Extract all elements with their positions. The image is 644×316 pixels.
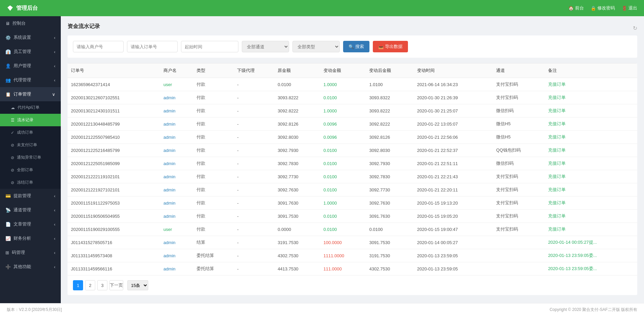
table-row: 1623659642371414 user 付款 - 0.0100 1.0000…: [68, 78, 637, 91]
sidebar-subitem-unpaid[interactable]: ⊘ 未支付订单: [0, 139, 61, 151]
col-order-id: 订单号: [68, 63, 160, 78]
chevron-right-icon-2: ‹: [54, 49, 55, 54]
chevron-right-icon-6: ‹: [54, 208, 55, 213]
cell-after-amount: 4302.7530: [366, 262, 414, 275]
nav-frontend[interactable]: 🏠 前台: [568, 5, 584, 11]
other-icon: ➕: [5, 264, 11, 269]
refresh-icon[interactable]: ↻: [633, 25, 637, 31]
sidebar-item-order[interactable]: 📋 订单管理 ∨: [0, 87, 61, 101]
cell-after-amount: 3092.8126: [366, 131, 414, 144]
col-original-amount: 原金额: [274, 63, 320, 78]
merchant-input[interactable]: [73, 41, 124, 52]
sidebar-item-user[interactable]: 👤 用户管理 ‹: [0, 59, 61, 73]
sidebar-item-other[interactable]: ➕ 其他功能 ‹: [0, 260, 61, 274]
cell-change-time: 2020-01-21 22:20:11: [414, 183, 493, 196]
sidebar-subitem-all[interactable]: ⊘ 全部订单: [0, 164, 61, 176]
exit-icon: 🚪: [622, 6, 627, 11]
cell-merchant: admin: [160, 157, 193, 170]
cell-remark: 充值订单: [545, 91, 637, 104]
list-icon: ☰: [11, 118, 15, 123]
table-row: 20200115190506504955 admin 付款 - 3091.753…: [68, 210, 637, 223]
cell-remark: 充值订单: [545, 196, 637, 210]
sidebar-item-qrcode[interactable]: ⊞ 码管理 ‹: [0, 245, 61, 260]
table-row: J0113311459573408 admin 委托结算 - 4302.7530…: [68, 249, 637, 262]
cell-merchant: admin: [160, 131, 193, 144]
cell-original-amount: 3091.7530: [274, 210, 320, 223]
cell-order-id: J0113311459573408: [68, 249, 160, 262]
cell-remark: 充值订单: [545, 170, 637, 183]
cell-after-amount: 3091.7530: [366, 236, 414, 249]
col-after-amount: 变动后金额: [366, 63, 414, 78]
cell-order-id: 20200115190506504955: [68, 210, 160, 223]
data-table: 订单号 商户名 类型 下级代理 原金额 变动金额 变动后金额 变动时间 通道 备…: [68, 63, 637, 275]
cell-change-amount: 1.0000: [320, 78, 366, 91]
sidebar-subitem-notify[interactable]: ⊘ 通知异常订单: [0, 151, 61, 164]
time-input[interactable]: [181, 41, 238, 52]
sidebar-subitem-success[interactable]: ✓ 成功订单: [0, 126, 61, 139]
cell-merchant: admin: [160, 183, 193, 196]
cell-original-amount: 3092.7730: [274, 170, 320, 183]
home-icon: 🏠: [568, 6, 574, 11]
export-icon: 📤: [378, 44, 384, 49]
table-row: 20200130212607102551 admin 付款 - 3093.822…: [68, 91, 637, 104]
table-row: 20200121225507985410 admin 付款 - 3092.803…: [68, 131, 637, 144]
cell-order-id: 20200115190029100555: [68, 223, 160, 236]
sidebar-item-article[interactable]: 📄 文章管理 ‹: [0, 217, 61, 231]
employee-icon: 👔: [5, 49, 11, 54]
cell-change-amount: 0.0100: [320, 91, 366, 104]
channel-icon: 📡: [5, 208, 11, 213]
type-select[interactable]: 全部类型: [292, 41, 340, 52]
qrcode-icon: ⊞: [5, 250, 9, 255]
nav-logout[interactable]: 🚪 退出: [622, 5, 637, 11]
col-type: 类型: [193, 63, 234, 78]
cell-sub-agent: -: [234, 262, 274, 275]
sidebar-item-channel[interactable]: 📡 通道管理 ‹: [0, 203, 61, 217]
export-button[interactable]: 📤 导出数据: [373, 41, 408, 52]
page-1-button[interactable]: 1: [73, 280, 83, 290]
search-button[interactable]: 🔍 搜索: [343, 41, 369, 52]
cell-type: 结算: [193, 236, 234, 249]
sidebar-item-dashboard[interactable]: 🖥 控制台: [0, 16, 61, 30]
cell-sub-agent: -: [234, 210, 274, 223]
sidebar-item-withdraw[interactable]: 💳 提款管理 ‹: [0, 189, 61, 203]
table-row: J0114315278505716 admin 结算 - 3191.7530 1…: [68, 236, 637, 249]
cell-merchant: admin: [160, 144, 193, 157]
cell-change-time: 2020-01-21 22:56:06: [414, 131, 493, 144]
sidebar-item-agent[interactable]: 👥 代理管理 ‹: [0, 73, 61, 87]
page-title: 资金流水记录: [68, 23, 100, 30]
cell-after-amount: 3092.7830: [366, 170, 414, 183]
sidebar-item-employee[interactable]: 👔 员工管理 ‹: [0, 45, 61, 59]
sidebar-item-system[interactable]: ⚙️ 系统设置 ‹: [0, 30, 61, 45]
cell-change-amount: 111.0000: [320, 262, 366, 275]
nav-change-password[interactable]: 🔒 修改密码: [591, 5, 615, 11]
version-text: 版本：V2.2.0 [2020年5月30日]: [7, 307, 62, 313]
cell-change-amount: 1111.0000: [320, 249, 366, 262]
sidebar-item-finance[interactable]: 📈 财务分析 ‹: [0, 231, 61, 245]
cell-order-id: 20200115191122975053: [68, 196, 160, 210]
order-input[interactable]: [127, 41, 178, 52]
sidebar-subitem-flow[interactable]: ☰ 流水记录: [0, 114, 61, 126]
sidebar-subitem-freeze[interactable]: ⊘ 冻结订单: [0, 176, 61, 189]
col-change-amount: 变动金额: [320, 63, 366, 78]
cell-remark: 充值订单: [545, 210, 637, 223]
next-page-button[interactable]: 下一页: [109, 280, 123, 290]
cell-channel: 支付宝扫码: [493, 91, 545, 104]
cell-channel: 支付宝扫码: [493, 78, 545, 91]
channel-select[interactable]: 全部通道: [242, 41, 289, 52]
cell-merchant: admin: [160, 170, 193, 183]
sidebar-subitem-api-order[interactable]: ☁ 代付Api订单: [0, 101, 61, 114]
cell-change-time: 2020-01-21 22:51:11: [414, 157, 493, 170]
cell-sub-agent: -: [234, 170, 274, 183]
finance-icon: 📈: [5, 236, 11, 241]
page-3-button[interactable]: 3: [97, 280, 107, 290]
col-sub-agent: 下级代理: [234, 63, 274, 78]
logo: 管理后台: [7, 5, 38, 12]
cell-change-amount: 0.0100: [320, 210, 366, 223]
lock-icon: 🔒: [591, 6, 596, 11]
table-row: 20200121225216485799 admin 付款 - 3092.793…: [68, 144, 637, 157]
cell-type: 付款: [193, 210, 234, 223]
table-row: 20200121225051985099 admin 付款 - 3092.783…: [68, 157, 637, 170]
page-2-button[interactable]: 2: [85, 280, 95, 290]
cell-change-amount: 0.0096: [320, 117, 366, 131]
per-page-select[interactable]: 15条 30条 50条: [127, 280, 148, 290]
